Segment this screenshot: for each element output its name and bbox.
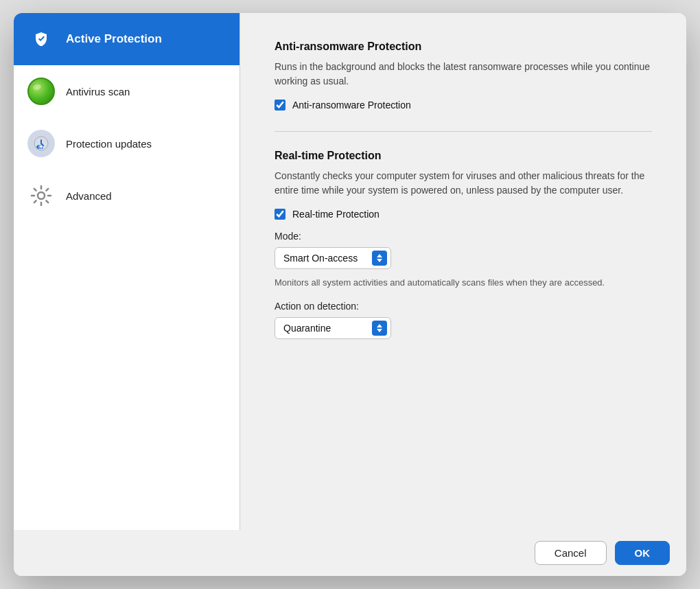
svg-point-2 [38,192,45,199]
mode-description: Monitors all system activities and autom… [275,276,652,290]
ok-button[interactable]: OK [615,541,670,565]
anti-ransomware-section: Anti-ransomware Protection Runs in the b… [275,41,652,111]
sidebar-item-active-protection[interactable]: Active Protection [14,13,240,65]
realtime-checkbox-row: Real-time Protection [275,209,652,220]
updates-svg [33,135,49,152]
sidebar-item-advanced[interactable]: Advanced [14,170,240,222]
main-content: Anti-ransomware Protection Runs in the b… [240,13,686,530]
mode-label: Mode: [275,231,652,242]
shield-icon [27,25,55,53]
antivirus-icon [27,78,55,105]
sidebar: Active Protection Antivirus scan [14,13,240,530]
realtime-checkbox[interactable] [275,209,285,220]
anti-ransomware-checkbox[interactable] [275,100,285,111]
section-divider [275,131,652,132]
realtime-section: Real-time Protection Constantly checks y… [275,150,652,339]
realtime-desc: Constantly checks your computer system f… [275,169,652,198]
updates-icon [27,130,55,157]
sidebar-item-protection-updates[interactable]: Protection updates [14,117,240,170]
realtime-title: Real-time Protection [275,150,652,162]
action-label: Action on detection: [275,301,652,312]
anti-ransomware-title: Anti-ransomware Protection [275,41,652,53]
dialog-footer: Cancel OK [14,530,686,576]
dialog-body: Active Protection Antivirus scan [14,13,686,530]
shield-svg [33,31,49,47]
mode-select-wrapper: Smart On-access On-access On-execute [275,247,391,269]
sidebar-item-label-advanced: Advanced [66,190,112,202]
sidebar-item-antivirus-scan[interactable]: Antivirus scan [14,65,240,117]
sidebar-item-label-updates: Protection updates [66,138,152,150]
action-select-wrapper: Quarantine Delete Block [275,317,391,339]
action-select[interactable]: Quarantine Delete Block [275,317,391,339]
gear-svg [29,183,54,208]
anti-ransomware-checkbox-row: Anti-ransomware Protection [275,100,652,111]
sidebar-item-label-antivirus: Antivirus scan [66,86,130,97]
anti-ransomware-desc: Runs in the background and blocks the la… [275,60,652,89]
anti-ransomware-checkbox-label[interactable]: Anti-ransomware Protection [292,100,411,111]
mode-select[interactable]: Smart On-access On-access On-execute [275,247,391,269]
dialog: Active Protection Antivirus scan [14,13,686,576]
cancel-button[interactable]: Cancel [535,541,607,565]
advanced-icon [27,182,55,209]
sidebar-item-label-active-protection: Active Protection [66,32,162,46]
realtime-checkbox-label[interactable]: Real-time Protection [292,209,380,220]
